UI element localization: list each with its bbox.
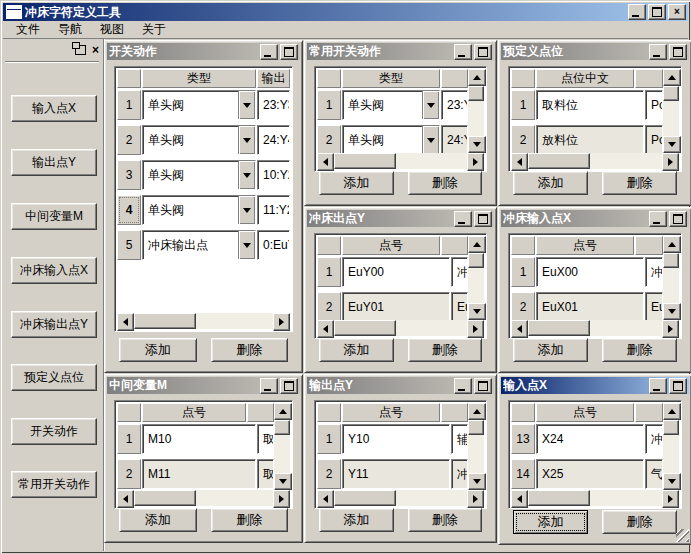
scroll-down-button[interactable] — [663, 303, 681, 320]
window-titlebar[interactable]: 预定义点位 — [501, 43, 689, 60]
dropdown-button[interactable] — [238, 231, 255, 259]
point-id-cell[interactable]: Y11 — [342, 459, 450, 489]
point-desc-cell[interactable]: 气压 — [645, 459, 663, 489]
type-combobox[interactable]: 冲床输出点 — [142, 230, 256, 260]
scrollbar-thumb[interactable] — [274, 420, 290, 435]
column-header-point-name[interactable]: 点位中文 — [536, 69, 634, 88]
horizontal-scrollbar[interactable] — [117, 313, 290, 329]
window-titlebar[interactable]: 常用开关动作 — [307, 43, 494, 60]
column-header-blank[interactable] — [247, 403, 274, 422]
dropdown-button[interactable] — [238, 161, 255, 189]
point-desc-cell[interactable]: EuX0 — [645, 292, 663, 320]
delete-button[interactable]: 删除 — [602, 510, 677, 534]
scrollbar-track[interactable] — [468, 435, 484, 473]
add-button[interactable]: 添加 — [119, 338, 197, 362]
scroll-left-button[interactable] — [511, 320, 528, 338]
point-id-cell[interactable]: Y10 — [342, 424, 450, 454]
window-titlebar[interactable]: 输出点Y — [307, 377, 494, 394]
point-id-cell[interactable]: Point1 — [645, 90, 663, 120]
column-header-point-id[interactable]: 点号 — [342, 236, 440, 255]
point-desc-cell[interactable]: 冲床 — [645, 257, 663, 287]
minimize-button[interactable] — [454, 378, 472, 394]
scrollbar-track[interactable] — [196, 490, 273, 506]
scroll-up-button[interactable] — [468, 403, 486, 420]
output-value-cell[interactable]: 0:EuY00: — [257, 230, 290, 260]
sidebar-item-var-m[interactable]: 中间变量M — [11, 203, 97, 230]
add-button[interactable]: 添加 — [319, 338, 394, 362]
scroll-left-button[interactable] — [317, 490, 334, 508]
horizontal-scrollbar[interactable] — [511, 490, 679, 506]
type-combobox[interactable]: 单头阀 — [142, 125, 256, 155]
scrollbar-track[interactable] — [396, 153, 467, 169]
maximize-button[interactable] — [669, 378, 687, 394]
point-id-cell[interactable]: EuX00 — [536, 257, 644, 287]
column-header-blank[interactable] — [635, 403, 663, 422]
point-id-cell[interactable]: M11 — [142, 459, 256, 489]
point-desc-cell[interactable]: 冲压 — [451, 257, 468, 287]
scroll-up-button[interactable] — [274, 403, 292, 420]
add-button[interactable]: 添加 — [119, 508, 197, 532]
menu-navigation[interactable]: 导航 — [49, 20, 91, 39]
scrollbar-thumb[interactable] — [663, 253, 679, 268]
scroll-left-button[interactable] — [511, 153, 528, 171]
scroll-up-button[interactable] — [468, 236, 486, 253]
point-name-cell[interactable]: 放料位 — [536, 125, 644, 153]
scrollbar-track[interactable] — [663, 268, 679, 303]
column-header-type[interactable]: 类型 — [342, 69, 440, 88]
vertical-scrollbar[interactable] — [663, 403, 679, 490]
add-button[interactable]: 添加 — [319, 508, 394, 532]
scroll-right-button[interactable] — [662, 153, 679, 171]
point-id-cell[interactable]: M10 — [142, 424, 256, 454]
resize-grip[interactable] — [676, 529, 689, 542]
scrollbar-thumb[interactable] — [468, 253, 484, 268]
scroll-up-button[interactable] — [468, 69, 486, 86]
output-value-cell[interactable]: 11:Y23:伏 — [257, 195, 290, 225]
maximize-button[interactable] — [474, 211, 492, 227]
point-desc-cell[interactable]: EuY0 — [451, 292, 468, 320]
maximize-button[interactable] — [474, 378, 492, 394]
scrollbar-track[interactable] — [196, 313, 273, 329]
sidebar-item-switch-actions[interactable]: 开关动作 — [11, 418, 97, 445]
output-value-cell[interactable]: 10:Y22:夹 — [257, 160, 290, 190]
scrollbar-thumb[interactable] — [134, 313, 196, 329]
sidebar-item-predef-points[interactable]: 预定义点位 — [11, 364, 97, 391]
column-header-type[interactable]: 类型 — [142, 69, 256, 88]
scroll-up-button[interactable] — [663, 403, 681, 420]
point-id-cell[interactable]: EuX01 — [536, 292, 644, 320]
scrollbar-track[interactable] — [396, 490, 467, 506]
point-desc-cell[interactable]: 冲压 — [645, 424, 663, 454]
delete-button[interactable]: 删除 — [211, 338, 289, 362]
type-combobox[interactable]: 单头阀 — [342, 125, 440, 153]
window-titlebar[interactable]: 开关动作 — [107, 43, 300, 60]
dropdown-button[interactable] — [422, 91, 439, 119]
sidebar-item-punch-input-x[interactable]: 冲床输入点X — [11, 257, 97, 284]
minimize-button[interactable] — [454, 211, 472, 227]
delete-button[interactable]: 删除 — [408, 171, 483, 195]
sidebar-item-punch-output-y[interactable]: 冲床输出点Y — [11, 311, 97, 338]
maximize-button[interactable] — [648, 4, 666, 20]
scroll-right-icon[interactable] — [273, 313, 290, 331]
scroll-down-button[interactable] — [468, 303, 486, 320]
scrollbar-track[interactable] — [590, 490, 662, 506]
scroll-right-button[interactable] — [467, 490, 484, 508]
vertical-scrollbar[interactable] — [468, 236, 484, 320]
scrollbar-thumb[interactable] — [468, 86, 484, 101]
minimize-button[interactable] — [628, 4, 646, 20]
horizontal-scrollbar[interactable] — [317, 153, 484, 169]
scrollbar-track[interactable] — [396, 320, 467, 336]
column-header-output[interactable]: 输出 — [257, 69, 290, 88]
scrollbar-thumb[interactable] — [663, 420, 679, 435]
minimize-button[interactable] — [649, 378, 667, 394]
menu-view[interactable]: 视图 — [91, 20, 133, 39]
scroll-left-button[interactable] — [317, 153, 334, 171]
scrollbar-track[interactable] — [663, 435, 679, 473]
delete-button[interactable]: 删除 — [211, 508, 289, 532]
scrollbar-track[interactable] — [590, 320, 662, 336]
float-window-icon[interactable] — [75, 45, 86, 55]
column-header-blank[interactable] — [441, 69, 468, 88]
minimize-button[interactable] — [649, 44, 667, 60]
maximize-button[interactable] — [669, 44, 687, 60]
scroll-down-button[interactable] — [468, 473, 486, 490]
scroll-right-button[interactable] — [467, 320, 484, 338]
maximize-button[interactable] — [669, 211, 687, 227]
